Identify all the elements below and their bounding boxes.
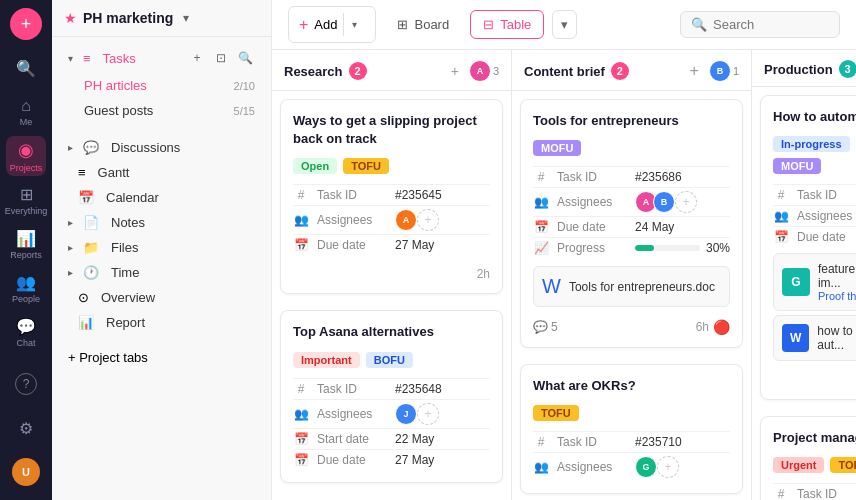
assignees-icon: 👥	[533, 195, 549, 209]
doc-attachment-1: G feature im... Proof this...	[773, 253, 856, 311]
field-task-id: # Task ID #235686	[533, 166, 730, 187]
sidebar-item-time[interactable]: ▸ 🕐 Time	[56, 260, 267, 285]
ph-articles-label: PH articles	[84, 78, 228, 93]
sidebar-item-guest-posts[interactable]: Guest posts 5/15	[56, 98, 267, 123]
everything-icon: ⊞	[20, 185, 33, 204]
nav-section: ▸ 💬 Discussions ≡ Gantt 📅 Calendar ▸ 📄 N…	[52, 129, 271, 341]
sidebar-item-report[interactable]: 📊 Report	[56, 310, 267, 335]
calendar-icon: 📅	[293, 238, 309, 252]
calendar-icon: 📅	[293, 453, 309, 467]
tag-tofu: TOFU	[533, 405, 579, 421]
sidebar-item-projects[interactable]: ◉ Projects	[6, 136, 46, 176]
column-badge: 3	[839, 60, 856, 78]
card-top-asana[interactable]: Top Asana alternatives Important BOFU # …	[280, 310, 503, 482]
calendar-icon: 📅	[533, 220, 549, 234]
comment-count: 💬 5	[533, 320, 558, 334]
sidebar-item-files[interactable]: ▸ 📁 Files	[56, 235, 267, 260]
settings-icon: ⚙	[19, 419, 33, 438]
card-footer: 2h	[293, 259, 490, 281]
chevron-down-icon[interactable]: ▾	[183, 11, 189, 25]
add-assignee-button[interactable]: +	[675, 191, 697, 213]
card-ways-to-get[interactable]: Ways to get a slipping project back on t…	[280, 99, 503, 294]
doc-link[interactable]: Proof this...	[818, 290, 856, 302]
user-count: 3	[493, 65, 499, 77]
field-task-id: # Task ID #235710	[533, 431, 730, 452]
guest-posts-label: Guest posts	[84, 103, 228, 118]
tag-row: MOFU	[533, 140, 730, 156]
add-task-button[interactable]: +	[187, 48, 207, 68]
chevron-right-icon: ▸	[68, 242, 73, 253]
more-options-button[interactable]: ▾	[552, 10, 577, 39]
tasks-row[interactable]: ▾ ≡ Tasks + ⊡ 🔍	[56, 43, 267, 73]
time-estimate: 6h	[696, 320, 709, 334]
search-tasks-button[interactable]: 🔍	[235, 48, 255, 68]
tag-bofu: BOFU	[366, 352, 413, 368]
add-assignee-button[interactable]: +	[657, 456, 679, 478]
add-dropdown-arrow[interactable]: ▾	[343, 13, 365, 36]
sidebar-item-chat[interactable]: 💬 Chat	[6, 312, 46, 352]
sidebar-item-everything[interactable]: ⊞ Everything	[6, 180, 46, 220]
sidebar-item-people[interactable]: 👥 People	[6, 268, 46, 308]
avatar: A	[395, 209, 417, 231]
add-button[interactable]: + Add ▾	[288, 6, 376, 43]
search-icon: 🔍	[691, 17, 707, 32]
add-assignee-button[interactable]: +	[417, 403, 439, 425]
column-badge: 2	[349, 62, 367, 80]
hash-icon: #	[293, 382, 309, 396]
help-button[interactable]: ?	[6, 364, 46, 404]
add-project-tabs[interactable]: + Project tabs	[56, 345, 267, 370]
global-add-button[interactable]: +	[10, 8, 42, 40]
tag-tofu: TOFU	[343, 158, 389, 174]
search-icon: 🔍	[16, 59, 36, 78]
board-view-button[interactable]: ⊞ Board	[384, 10, 462, 39]
calendar-icon: 📅	[78, 190, 94, 205]
sidebar-item-reports[interactable]: 📊 Reports	[6, 224, 46, 264]
user-avatar: A	[469, 60, 491, 82]
sidebar-header: ★ PH marketing ▾	[52, 0, 271, 37]
sidebar-item-overview[interactable]: ⊙ Overview	[56, 285, 267, 310]
user-count: 1	[733, 65, 739, 77]
sidebar-item-me[interactable]: ⌂ Me	[6, 92, 46, 132]
card-how-to-automate[interactable]: How to automate In-progress MOFU # Task …	[760, 95, 856, 400]
card-title: Top Asana alternatives	[293, 323, 490, 341]
global-search-button[interactable]: 🔍	[6, 48, 46, 88]
add-assignee-button[interactable]: +	[417, 209, 439, 231]
hash-icon: #	[773, 188, 789, 202]
sidebar-item-gantt[interactable]: ≡ Gantt	[56, 160, 267, 185]
filter-button[interactable]: ⊡	[211, 48, 231, 68]
column-add-button[interactable]: +	[451, 63, 459, 79]
user-avatar[interactable]: U	[6, 452, 46, 492]
overview-icon: ⊙	[78, 290, 89, 305]
table-icon: ⊟	[483, 17, 494, 32]
card-project-manager[interactable]: Project manager Urgent TOFU # Task ID	[760, 416, 856, 500]
card-tools-entrepreneurs[interactable]: Tools for entrepreneurs MOFU # Task ID #…	[520, 99, 743, 348]
search-input[interactable]	[713, 17, 829, 32]
user-avatar: B	[709, 60, 731, 82]
column-add-button[interactable]: +	[690, 62, 699, 80]
sidebar-item-calendar[interactable]: 📅 Calendar	[56, 185, 267, 210]
column-production: Production 3 How to automate In-progress…	[752, 50, 856, 500]
field-due-date: 📅 Due date	[773, 226, 856, 247]
sidebar-item-discussions[interactable]: ▸ 💬 Discussions	[56, 135, 267, 160]
hash-icon: #	[533, 435, 549, 449]
main-content: + Add ▾ ⊞ Board ⊟ Table ▾ 🔍 Research 2 +	[272, 0, 856, 500]
table-view-button[interactable]: ⊟ Table	[470, 10, 544, 39]
add-label: Add	[314, 17, 337, 32]
board-label: Board	[414, 17, 449, 32]
card-what-are-okrs[interactable]: What are OKRs? TOFU # Task ID #235710 👥 …	[520, 364, 743, 494]
doc-attachment: W Tools for entrepreneurs.doc	[533, 266, 730, 307]
search-box[interactable]: 🔍	[680, 11, 840, 38]
field-assignees: 👥 Assignees	[773, 205, 856, 226]
sidebar-item-ph-articles[interactable]: PH articles 2/10	[56, 73, 267, 98]
sidebar-item-notes[interactable]: ▸ 📄 Notes	[56, 210, 267, 235]
tag-row: In-progress MOFU	[773, 136, 856, 174]
settings-button[interactable]: ⚙	[6, 408, 46, 448]
people-icon: 👥	[16, 273, 36, 292]
tag-tofu: TOFU	[830, 457, 856, 473]
column-title: Production	[764, 62, 833, 77]
card-footer: 💬 6	[773, 365, 856, 387]
field-assignees: 👥 Assignees A +	[293, 205, 490, 234]
column-header-production: Production 3	[752, 50, 856, 87]
progress-bar	[635, 245, 654, 251]
avatar: B	[653, 191, 675, 213]
